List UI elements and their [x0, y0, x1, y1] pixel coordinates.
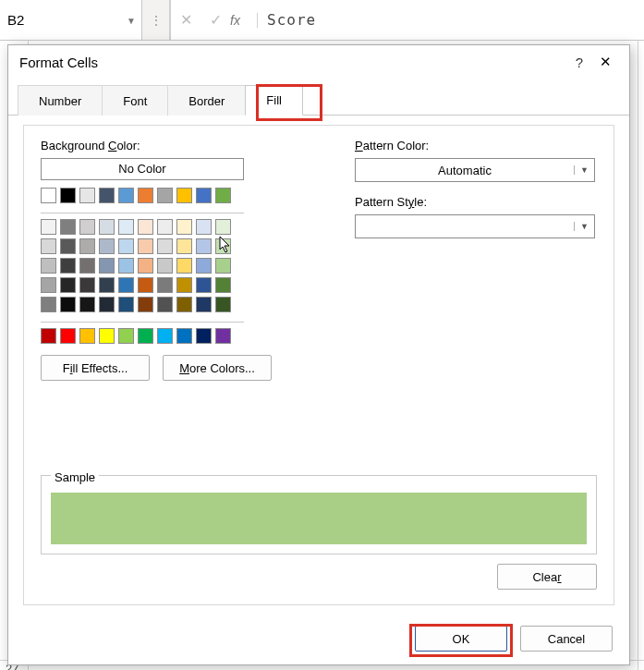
color-swatch[interactable] [79, 188, 95, 203]
color-swatch[interactable] [60, 297, 76, 312]
color-swatch[interactable] [138, 238, 153, 254]
color-swatch[interactable] [99, 238, 115, 254]
color-swatch[interactable] [157, 277, 173, 293]
color-swatch[interactable] [157, 297, 173, 312]
tab-border[interactable]: Border [167, 85, 246, 116]
clear-button[interactable]: Clear [497, 564, 597, 590]
name-box[interactable]: B2 ▼ [0, 0, 142, 40]
fx-label[interactable]: fx [230, 13, 258, 28]
color-swatch[interactable] [60, 277, 76, 293]
color-swatch[interactable] [215, 297, 231, 312]
color-swatch[interactable] [118, 297, 134, 312]
dialog-footer: OK Cancel [415, 626, 613, 652]
color-swatch[interactable] [41, 297, 56, 312]
color-swatch[interactable] [138, 277, 153, 293]
color-swatch[interactable] [41, 328, 56, 344]
color-swatch[interactable] [138, 258, 153, 274]
color-swatch[interactable] [99, 297, 115, 312]
close-icon[interactable]: ✕ [592, 54, 618, 70]
color-swatch[interactable] [157, 238, 173, 254]
no-color-button[interactable]: No Color [41, 158, 244, 180]
formula-area: ✕ ✓ fx Score [170, 0, 644, 40]
color-swatch[interactable] [138, 297, 153, 312]
color-swatch[interactable] [60, 328, 76, 344]
sample-label: Sample [51, 470, 99, 484]
color-swatch[interactable] [41, 277, 56, 293]
color-swatch[interactable] [215, 188, 231, 203]
color-swatch[interactable] [176, 258, 192, 274]
color-swatch[interactable] [215, 219, 231, 235]
dialog-body: Background Color: No Color Fill Effects.… [23, 125, 614, 605]
color-swatch[interactable] [99, 219, 115, 235]
color-swatch[interactable] [41, 258, 56, 274]
fill-effects-button[interactable]: Fill Effects... [41, 355, 150, 381]
color-swatch[interactable] [79, 238, 95, 254]
color-swatch[interactable] [176, 297, 192, 312]
pattern-color-label: Pattern Color: [355, 139, 595, 152]
color-swatch[interactable] [215, 258, 231, 274]
color-swatch[interactable] [60, 238, 76, 254]
color-swatch[interactable] [176, 219, 192, 235]
cancel-button[interactable]: Cancel [520, 626, 613, 652]
color-swatch[interactable] [79, 328, 95, 344]
color-swatch[interactable] [196, 188, 212, 203]
ok-button[interactable]: OK [415, 626, 507, 652]
color-swatch[interactable] [196, 277, 212, 293]
color-swatch[interactable] [60, 219, 76, 235]
format-cells-dialog: Format Cells ? ✕ Number Font Border Fill… [7, 44, 630, 665]
color-swatch[interactable] [79, 297, 95, 312]
color-swatch[interactable] [118, 328, 134, 344]
tab-number[interactable]: Number [18, 85, 103, 116]
chevron-down-icon[interactable]: ▼ [127, 15, 136, 25]
color-swatch[interactable] [41, 238, 56, 254]
color-swatch[interactable] [118, 277, 134, 293]
color-swatch[interactable] [157, 219, 173, 235]
color-swatch[interactable] [118, 219, 134, 235]
color-swatch[interactable] [118, 188, 134, 203]
color-swatch[interactable] [41, 219, 56, 235]
color-swatch[interactable] [215, 238, 231, 254]
pattern-color-select[interactable]: Automatic ▼ [355, 158, 595, 182]
more-colors-button[interactable]: More Colors... [163, 355, 272, 381]
color-swatch[interactable] [176, 328, 192, 344]
color-swatch[interactable] [196, 297, 212, 312]
color-swatch[interactable] [157, 258, 173, 274]
color-swatch[interactable] [41, 188, 56, 203]
color-swatch[interactable] [60, 188, 76, 203]
pattern-style-select[interactable]: ▼ [355, 214, 595, 238]
color-swatch[interactable] [79, 258, 95, 274]
color-swatch[interactable] [196, 238, 212, 254]
color-swatch[interactable] [99, 328, 115, 344]
color-swatch[interactable] [79, 277, 95, 293]
color-swatch[interactable] [176, 238, 192, 254]
color-swatch[interactable] [157, 328, 173, 344]
color-swatch[interactable] [138, 188, 153, 203]
color-swatch[interactable] [196, 258, 212, 274]
sample-box: Sample [41, 475, 597, 554]
help-button[interactable]: ? [566, 55, 592, 70]
color-swatch[interactable] [99, 277, 115, 293]
separator [41, 322, 244, 323]
color-swatch[interactable] [196, 328, 212, 344]
color-swatch[interactable] [215, 277, 231, 293]
formula-input[interactable]: Score [258, 11, 316, 29]
color-swatch[interactable] [118, 238, 134, 254]
color-swatch[interactable] [99, 188, 115, 203]
pattern-style-label: Pattern Style: [355, 195, 595, 209]
color-swatch[interactable] [157, 188, 173, 203]
theme-colors-row [41, 188, 318, 203]
color-swatch[interactable] [215, 328, 231, 344]
tab-fill[interactable]: Fill [245, 85, 303, 116]
color-swatch[interactable] [176, 188, 192, 203]
color-swatch[interactable] [176, 277, 192, 293]
chevron-down-icon: ▼ [574, 165, 594, 175]
color-swatch[interactable] [60, 258, 76, 274]
color-swatch[interactable] [138, 328, 153, 344]
color-swatch[interactable] [196, 219, 212, 235]
color-swatch[interactable] [79, 219, 95, 235]
color-swatch[interactable] [99, 258, 115, 274]
split-handle[interactable]: ⋮ [142, 0, 170, 40]
color-swatch[interactable] [118, 258, 134, 274]
color-swatch[interactable] [138, 219, 153, 235]
tab-font[interactable]: Font [102, 85, 168, 116]
